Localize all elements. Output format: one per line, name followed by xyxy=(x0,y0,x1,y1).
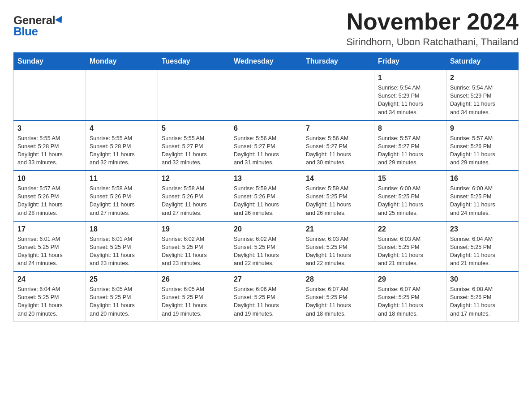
day-number: 29 xyxy=(378,275,442,283)
header-wednesday: Wednesday xyxy=(230,53,302,70)
header-friday: Friday xyxy=(374,53,446,70)
day-info: Sunrise: 6:01 AMSunset: 5:25 PMDaylight:… xyxy=(17,235,82,268)
calendar-cell xyxy=(14,70,86,120)
calendar-week-2: 3Sunrise: 5:55 AMSunset: 5:28 PMDaylight… xyxy=(14,120,519,171)
calendar-cell: 23Sunrise: 6:04 AMSunset: 5:25 PMDayligh… xyxy=(446,221,519,272)
day-info: Sunrise: 5:54 AMSunset: 5:29 PMDaylight:… xyxy=(378,84,442,116)
day-info: Sunrise: 6:02 AMSunset: 5:25 PMDaylight:… xyxy=(234,235,298,268)
calendar-cell: 15Sunrise: 6:00 AMSunset: 5:25 PMDayligh… xyxy=(374,171,446,221)
day-info: Sunrise: 5:59 AMSunset: 5:25 PMDaylight:… xyxy=(306,184,370,217)
day-number: 17 xyxy=(17,225,82,233)
calendar-header-row: Sunday Monday Tuesday Wednesday Thursday… xyxy=(14,53,519,70)
day-number: 4 xyxy=(90,124,154,133)
header-monday: Monday xyxy=(86,53,158,70)
day-info: Sunrise: 5:57 AMSunset: 5:27 PMDaylight:… xyxy=(378,134,442,167)
day-number: 21 xyxy=(306,225,370,233)
calendar-table: Sunday Monday Tuesday Wednesday Thursday… xyxy=(13,52,519,322)
day-info: Sunrise: 5:57 AMSunset: 5:26 PMDaylight:… xyxy=(17,184,82,217)
day-number: 3 xyxy=(17,124,82,133)
month-title: November 2024 xyxy=(346,9,519,34)
day-number: 18 xyxy=(90,225,154,233)
title-section: November 2024 Sirindhorn, Ubon Ratchatha… xyxy=(346,9,519,48)
calendar-cell: 29Sunrise: 6:07 AMSunset: 5:25 PMDayligh… xyxy=(374,271,446,321)
day-info: Sunrise: 6:04 AMSunset: 5:25 PMDaylight:… xyxy=(450,235,515,268)
day-info: Sunrise: 5:56 AMSunset: 5:27 PMDaylight:… xyxy=(306,134,370,167)
day-number: 10 xyxy=(17,175,82,183)
day-number: 22 xyxy=(378,225,442,233)
day-info: Sunrise: 6:00 AMSunset: 5:25 PMDaylight:… xyxy=(378,184,442,217)
day-info: Sunrise: 6:02 AMSunset: 5:25 PMDaylight:… xyxy=(162,235,226,268)
header-tuesday: Tuesday xyxy=(158,53,230,70)
calendar-cell xyxy=(86,70,158,120)
calendar-cell: 13Sunrise: 5:59 AMSunset: 5:26 PMDayligh… xyxy=(230,171,302,221)
day-number: 12 xyxy=(162,175,226,183)
day-info: Sunrise: 5:55 AMSunset: 5:28 PMDaylight:… xyxy=(17,134,82,167)
calendar-cell: 20Sunrise: 6:02 AMSunset: 5:25 PMDayligh… xyxy=(230,221,302,272)
day-number: 25 xyxy=(90,275,154,283)
day-info: Sunrise: 6:04 AMSunset: 5:25 PMDaylight:… xyxy=(17,285,82,318)
day-info: Sunrise: 5:58 AMSunset: 5:26 PMDaylight:… xyxy=(90,184,154,217)
day-info: Sunrise: 5:55 AMSunset: 5:27 PMDaylight:… xyxy=(162,134,226,167)
day-number: 1 xyxy=(378,74,442,82)
calendar-cell: 19Sunrise: 6:02 AMSunset: 5:25 PMDayligh… xyxy=(158,221,230,272)
calendar-week-4: 17Sunrise: 6:01 AMSunset: 5:25 PMDayligh… xyxy=(14,221,519,272)
calendar-week-3: 10Sunrise: 5:57 AMSunset: 5:26 PMDayligh… xyxy=(14,171,519,221)
calendar-cell: 2Sunrise: 5:54 AMSunset: 5:29 PMDaylight… xyxy=(446,70,519,120)
calendar-cell: 3Sunrise: 5:55 AMSunset: 5:28 PMDaylight… xyxy=(14,120,86,171)
calendar-cell: 5Sunrise: 5:55 AMSunset: 5:27 PMDaylight… xyxy=(158,120,230,171)
day-info: Sunrise: 6:08 AMSunset: 5:26 PMDaylight:… xyxy=(450,285,515,318)
calendar-cell: 9Sunrise: 5:57 AMSunset: 5:26 PMDaylight… xyxy=(446,120,519,171)
logo-triangle-icon xyxy=(55,16,65,25)
day-info: Sunrise: 6:05 AMSunset: 5:25 PMDaylight:… xyxy=(162,285,226,318)
calendar-cell: 21Sunrise: 6:03 AMSunset: 5:25 PMDayligh… xyxy=(302,221,374,272)
calendar-cell: 27Sunrise: 6:06 AMSunset: 5:25 PMDayligh… xyxy=(230,271,302,321)
logo-blue-text: Blue xyxy=(13,25,38,39)
location-text: Sirindhorn, Ubon Ratchathani, Thailand xyxy=(346,36,519,48)
day-number: 5 xyxy=(162,124,226,133)
calendar-cell: 30Sunrise: 6:08 AMSunset: 5:26 PMDayligh… xyxy=(446,271,519,321)
day-number: 16 xyxy=(450,175,515,183)
calendar-cell xyxy=(158,70,230,120)
day-number: 24 xyxy=(17,275,82,283)
calendar-cell: 17Sunrise: 6:01 AMSunset: 5:25 PMDayligh… xyxy=(14,221,86,272)
calendar-cell: 28Sunrise: 6:07 AMSunset: 5:25 PMDayligh… xyxy=(302,271,374,321)
day-info: Sunrise: 6:03 AMSunset: 5:25 PMDaylight:… xyxy=(306,235,370,268)
day-number: 20 xyxy=(234,225,298,233)
day-number: 30 xyxy=(450,275,515,283)
header-thursday: Thursday xyxy=(302,53,374,70)
day-number: 6 xyxy=(234,124,298,133)
calendar-cell: 18Sunrise: 6:01 AMSunset: 5:25 PMDayligh… xyxy=(86,221,158,272)
day-info: Sunrise: 6:00 AMSunset: 5:25 PMDaylight:… xyxy=(450,184,515,217)
calendar-cell xyxy=(302,70,374,120)
day-number: 9 xyxy=(450,124,515,133)
day-info: Sunrise: 5:54 AMSunset: 5:29 PMDaylight:… xyxy=(450,84,515,116)
calendar-cell: 24Sunrise: 6:04 AMSunset: 5:25 PMDayligh… xyxy=(14,271,86,321)
day-number: 2 xyxy=(450,74,515,82)
day-info: Sunrise: 6:06 AMSunset: 5:25 PMDaylight:… xyxy=(234,285,298,318)
calendar-cell: 26Sunrise: 6:05 AMSunset: 5:25 PMDayligh… xyxy=(158,271,230,321)
day-info: Sunrise: 5:56 AMSunset: 5:27 PMDaylight:… xyxy=(234,134,298,167)
calendar-week-1: 1Sunrise: 5:54 AMSunset: 5:29 PMDaylight… xyxy=(14,70,519,120)
day-info: Sunrise: 6:05 AMSunset: 5:25 PMDaylight:… xyxy=(90,285,154,318)
day-info: Sunrise: 6:07 AMSunset: 5:25 PMDaylight:… xyxy=(306,285,370,318)
calendar-cell: 14Sunrise: 5:59 AMSunset: 5:25 PMDayligh… xyxy=(302,171,374,221)
calendar-cell: 11Sunrise: 5:58 AMSunset: 5:26 PMDayligh… xyxy=(86,171,158,221)
calendar-cell: 8Sunrise: 5:57 AMSunset: 5:27 PMDaylight… xyxy=(374,120,446,171)
day-number: 27 xyxy=(234,275,298,283)
page-header: General Blue November 2024 Sirindhorn, U… xyxy=(13,9,519,48)
calendar-cell: 1Sunrise: 5:54 AMSunset: 5:29 PMDaylight… xyxy=(374,70,446,120)
header-sunday: Sunday xyxy=(14,53,86,70)
calendar-cell: 10Sunrise: 5:57 AMSunset: 5:26 PMDayligh… xyxy=(14,171,86,221)
calendar-week-5: 24Sunrise: 6:04 AMSunset: 5:25 PMDayligh… xyxy=(14,271,519,321)
calendar-cell: 16Sunrise: 6:00 AMSunset: 5:25 PMDayligh… xyxy=(446,171,519,221)
calendar-cell: 4Sunrise: 5:55 AMSunset: 5:28 PMDaylight… xyxy=(86,120,158,171)
calendar-cell xyxy=(230,70,302,120)
day-info: Sunrise: 5:58 AMSunset: 5:26 PMDaylight:… xyxy=(162,184,226,217)
day-number: 7 xyxy=(306,124,370,133)
day-info: Sunrise: 6:03 AMSunset: 5:25 PMDaylight:… xyxy=(378,235,442,268)
day-info: Sunrise: 5:59 AMSunset: 5:26 PMDaylight:… xyxy=(234,184,298,217)
calendar-cell: 12Sunrise: 5:58 AMSunset: 5:26 PMDayligh… xyxy=(158,171,230,221)
calendar-cell: 7Sunrise: 5:56 AMSunset: 5:27 PMDaylight… xyxy=(302,120,374,171)
day-info: Sunrise: 6:07 AMSunset: 5:25 PMDaylight:… xyxy=(378,285,442,318)
day-number: 15 xyxy=(378,175,442,183)
